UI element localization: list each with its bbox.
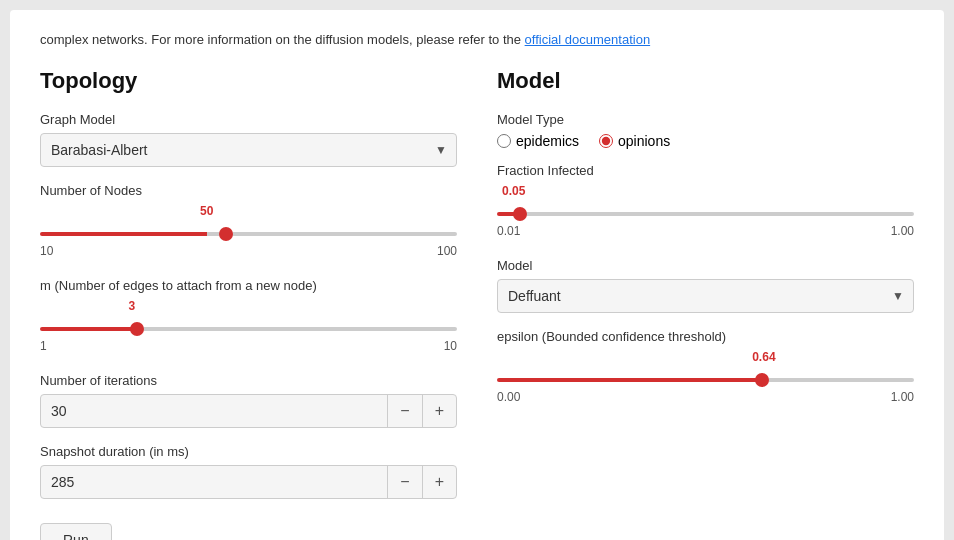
num-nodes-minmax: 10 100 bbox=[40, 244, 457, 258]
edges-value-container: 3 bbox=[40, 299, 457, 317]
num-nodes-value: 50 bbox=[200, 204, 213, 218]
top-description: complex networks. For more information o… bbox=[40, 30, 914, 50]
graph-model-select[interactable]: Barabasi-Albert Erdos-Renyi Watts-Stroga… bbox=[40, 133, 457, 167]
iterations-input-row: − + bbox=[40, 394, 457, 428]
snapshot-increment-button[interactable]: + bbox=[422, 466, 456, 498]
iterations-decrement-button[interactable]: − bbox=[387, 395, 421, 427]
fraction-infected-label: Fraction Infected bbox=[497, 163, 914, 178]
edges-slider[interactable] bbox=[40, 327, 457, 331]
model-select[interactable]: Deffuant Hegselmann-Krause Voter bbox=[497, 279, 914, 313]
epsilon-value-container: 0.64 bbox=[497, 350, 914, 368]
fraction-infected-section: Fraction Infected 0.05 0.01 1.00 bbox=[497, 163, 914, 238]
opinions-radio-option[interactable]: opinions bbox=[599, 133, 670, 149]
topology-column: Topology Graph Model Barabasi-Albert Erd… bbox=[40, 68, 457, 541]
snapshot-label: Snapshot duration (in ms) bbox=[40, 444, 457, 459]
num-nodes-slider[interactable] bbox=[40, 232, 457, 236]
iterations-increment-button[interactable]: + bbox=[422, 395, 456, 427]
model-select-label: Model bbox=[497, 258, 914, 273]
main-container: complex networks. For more information o… bbox=[10, 10, 944, 540]
epidemics-radio-option[interactable]: epidemics bbox=[497, 133, 579, 149]
fraction-infected-value-container: 0.05 bbox=[497, 184, 914, 202]
epsilon-slider-wrapper bbox=[497, 368, 914, 386]
fraction-infected-minmax: 0.01 1.00 bbox=[497, 224, 914, 238]
model-type-label: Model Type bbox=[497, 112, 914, 127]
model-title: Model bbox=[497, 68, 914, 94]
opinions-label: opinions bbox=[618, 133, 670, 149]
num-nodes-section: Number of Nodes 50 10 100 bbox=[40, 183, 457, 258]
edges-section: m (Number of edges to attach from a new … bbox=[40, 278, 457, 353]
official-docs-link[interactable]: official documentation bbox=[525, 32, 651, 47]
num-nodes-slider-wrapper bbox=[40, 222, 457, 240]
epsilon-minmax: 0.00 1.00 bbox=[497, 390, 914, 404]
fraction-infected-slider[interactable] bbox=[497, 212, 914, 216]
epsilon-value: 0.64 bbox=[752, 350, 775, 364]
epsilon-label: epsilon (Bounded confidence threshold) bbox=[497, 329, 914, 344]
topology-title: Topology bbox=[40, 68, 457, 94]
epsilon-section: epsilon (Bounded confidence threshold) 0… bbox=[497, 329, 914, 404]
run-button[interactable]: Run bbox=[40, 523, 112, 541]
two-column-layout: Topology Graph Model Barabasi-Albert Erd… bbox=[40, 68, 914, 541]
model-type-radio-group: epidemics opinions bbox=[497, 133, 914, 149]
model-select-wrapper: Deffuant Hegselmann-Krause Voter ▼ bbox=[497, 279, 914, 313]
epidemics-label: epidemics bbox=[516, 133, 579, 149]
edges-label: m (Number of edges to attach from a new … bbox=[40, 278, 457, 293]
snapshot-input-row: − + bbox=[40, 465, 457, 499]
graph-model-label: Graph Model bbox=[40, 112, 457, 127]
num-nodes-value-container: 50 bbox=[40, 204, 457, 222]
iterations-input[interactable] bbox=[41, 395, 387, 427]
fraction-infected-slider-wrapper bbox=[497, 202, 914, 220]
graph-model-select-wrapper: Barabasi-Albert Erdos-Renyi Watts-Stroga… bbox=[40, 133, 457, 167]
epsilon-slider[interactable] bbox=[497, 378, 914, 382]
edges-slider-wrapper bbox=[40, 317, 457, 335]
edges-minmax: 1 10 bbox=[40, 339, 457, 353]
num-nodes-label: Number of Nodes bbox=[40, 183, 457, 198]
iterations-label: Number of iterations bbox=[40, 373, 457, 388]
opinions-radio[interactable] bbox=[599, 134, 613, 148]
fraction-infected-value: 0.05 bbox=[502, 184, 525, 198]
epidemics-radio[interactable] bbox=[497, 134, 511, 148]
model-column: Model Model Type epidemics opinions Frac… bbox=[497, 68, 914, 541]
edges-value: 3 bbox=[128, 299, 135, 313]
snapshot-decrement-button[interactable]: − bbox=[387, 466, 421, 498]
snapshot-input[interactable] bbox=[41, 466, 387, 498]
